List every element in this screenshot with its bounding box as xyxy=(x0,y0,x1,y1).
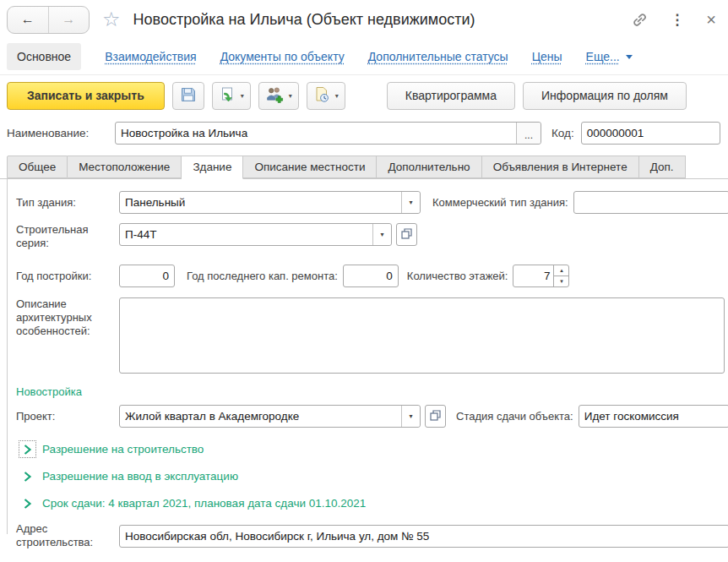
group-label-construction-permit[interactable]: Разрешение на строительство xyxy=(42,443,204,456)
chevron-right-icon[interactable] xyxy=(20,442,35,456)
series-input[interactable]: П-44Т xyxy=(120,224,372,245)
spin-up-icon[interactable]: ▴ xyxy=(554,265,568,276)
build-year-input[interactable]: 0 xyxy=(119,265,175,287)
series-field: П-44Т ▾ xyxy=(119,223,392,246)
menubar: Основное Взаимодействия Документы по объ… xyxy=(0,39,728,75)
save-button[interactable] xyxy=(172,82,204,110)
document-clock-icon xyxy=(313,86,330,106)
build-year-label: Год постройки: xyxy=(16,270,119,283)
building-type-label: Тип здания: xyxy=(16,196,119,210)
repair-year-label: Год последнего кап. ремонта: xyxy=(187,270,338,282)
favorite-star-icon[interactable]: ☆ xyxy=(102,9,121,30)
project-input[interactable]: Жилой квартал в Академгородке xyxy=(120,406,401,427)
floppy-disk-icon xyxy=(180,86,197,106)
code-label: Код: xyxy=(551,127,574,139)
close-icon[interactable]: × xyxy=(706,10,716,30)
more-menu-icon[interactable]: ⋮ xyxy=(670,11,684,29)
project-dropdown-button[interactable]: ▾ xyxy=(401,406,420,427)
tab-obshchee[interactable]: Общее xyxy=(7,156,68,178)
menu-more-label: Еще... xyxy=(586,50,620,63)
share-info-button[interactable]: Информация по долям xyxy=(523,82,687,110)
document-history-button[interactable]: ▾ xyxy=(307,82,345,110)
name-row: Наименование: Новостройка на Ильича ... … xyxy=(0,116,728,150)
group-construction-permit: Разрешение на строительство xyxy=(16,442,728,456)
name-more-button[interactable]: ... xyxy=(516,123,541,144)
commercial-type-label: Коммерческий тип здания: xyxy=(432,196,568,209)
stage-label: Стадия сдачи объекта: xyxy=(456,410,573,423)
history-nav: ← → xyxy=(7,6,90,34)
open-form-icon xyxy=(430,409,441,424)
newbuilding-section-label: Новостройка xyxy=(16,385,728,398)
tab-mestopolozhenie[interactable]: Местоположение xyxy=(68,156,182,178)
series-row: Строительная серия: П-44Т ▾ xyxy=(16,223,728,250)
project-label: Проект: xyxy=(16,410,119,423)
building-type-dropdown-button[interactable]: ▾ xyxy=(401,192,420,213)
tab-zdanie[interactable]: Здание xyxy=(182,156,243,179)
group-label-commissioning-permit[interactable]: Разрешение на ввод в эксплуатацию xyxy=(42,470,238,483)
floors-label: Количество этажей: xyxy=(407,270,508,282)
kvartirogramma-button[interactable]: Квартирограмма xyxy=(387,82,515,110)
menu-item-dopolnitelnye-statusy[interactable]: Дополнительные статусы xyxy=(368,50,508,63)
floors-input[interactable]: 7 xyxy=(513,265,553,286)
forward-button[interactable]: → xyxy=(48,7,90,33)
name-label: Наименование: xyxy=(7,127,115,139)
stage-input[interactable]: Идет госкомиссия xyxy=(579,405,728,428)
series-dropdown-button[interactable]: ▾ xyxy=(372,224,391,245)
menu-item-dokumenty-po-obektu[interactable]: Документы по объекту xyxy=(220,50,345,63)
menu-item-tseny[interactable]: Цены xyxy=(532,50,562,63)
building-type-input[interactable]: Панельный xyxy=(120,192,401,213)
add-contact-button[interactable]: ▾ xyxy=(258,82,299,110)
tab-opisanie-mestnosti[interactable]: Описание местности xyxy=(243,156,377,178)
chevron-down-icon: ▾ xyxy=(335,92,339,100)
floors-spinner: ▴ ▾ xyxy=(553,265,568,286)
commercial-type-input[interactable] xyxy=(573,191,728,214)
chevron-down-icon: ▾ xyxy=(289,92,292,100)
tab-panel-zdanie: Тип здания: Панельный ▾ Коммерческий тип… xyxy=(7,179,728,534)
chevron-right-icon[interactable] xyxy=(20,496,35,510)
menu-item-osnovnoe[interactable]: Основное xyxy=(7,43,81,70)
spin-down-icon[interactable]: ▾ xyxy=(554,276,568,286)
create-based-on-button[interactable]: ▾ xyxy=(212,82,251,110)
project-row: Проект: Жилой квартал в Академгородке ▾ … xyxy=(16,405,728,428)
arch-desc-textarea[interactable] xyxy=(119,297,725,374)
back-button[interactable]: ← xyxy=(8,7,48,33)
page-title: Новостройка на Ильича (Объект недвижимос… xyxy=(133,11,622,29)
group-completion-date: Срок сдачи: 4 квартал 2021, плановая дат… xyxy=(16,496,728,510)
project-open-button[interactable] xyxy=(425,405,446,428)
group-commissioning-permit: Разрешение на ввод в эксплуатацию xyxy=(16,469,728,483)
chevron-down-icon: ▾ xyxy=(241,92,244,100)
years-floors-row: Год постройки: 0 Год последнего кап. рем… xyxy=(16,265,728,287)
project-field: Жилой квартал в Академгородке ▾ xyxy=(119,405,421,428)
building-type-row: Тип здания: Панельный ▾ Коммерческий тип… xyxy=(16,191,728,214)
object-card-window: ← → ☆ Новостройка на Ильича (Объект недв… xyxy=(0,0,728,562)
tab-bar: Общее Местоположение Здание Описание мес… xyxy=(0,155,728,179)
menu-item-more[interactable]: Еще... xyxy=(586,50,633,63)
document-green-arrow-icon xyxy=(219,86,236,106)
address-row: Адрес строительства: Новосибирская обл, … xyxy=(16,522,728,549)
name-input[interactable]: Новостройка на Ильича xyxy=(116,123,516,144)
open-form-icon xyxy=(401,227,412,243)
link-icon[interactable] xyxy=(632,12,648,28)
titlebar: ← → ☆ Новостройка на Ильича (Объект недв… xyxy=(0,0,728,39)
floors-field: 7 ▴ ▾ xyxy=(513,265,569,287)
repair-year-input[interactable]: 0 xyxy=(343,265,399,287)
arch-desc-row: Описание архитектурных особенностей: xyxy=(16,297,728,374)
tab-obyavleniya-v-internete[interactable]: Объявления в Интернете xyxy=(482,156,639,178)
persons-plus-icon xyxy=(265,86,284,106)
series-open-button[interactable] xyxy=(396,223,417,246)
chevron-right-icon[interactable] xyxy=(20,469,35,483)
series-label: Строительная серия: xyxy=(16,223,119,250)
tab-dopolnitelno[interactable]: Дополнительно xyxy=(377,156,481,178)
name-field: Новостройка на Ильича ... xyxy=(115,122,541,145)
titlebar-actions: ⋮ × xyxy=(632,10,716,30)
tab-dop[interactable]: Доп. xyxy=(639,156,686,178)
code-input[interactable]: 000000001 xyxy=(581,122,720,145)
address-label: Адрес строительства: xyxy=(16,522,119,549)
address-input[interactable]: Новосибирская обл, Новосибирск г, Ильича… xyxy=(119,525,728,548)
chevron-down-icon xyxy=(626,55,633,59)
menu-item-vzaimodeystviya[interactable]: Взаимодействия xyxy=(105,50,197,63)
save-and-close-button[interactable]: Записать и закрыть xyxy=(7,82,165,110)
arch-desc-label: Описание архитектурных особенностей: xyxy=(16,297,119,338)
group-label-completion-date[interactable]: Срок сдачи: 4 квартал 2021, плановая дат… xyxy=(42,497,366,510)
building-type-field: Панельный ▾ xyxy=(119,191,421,214)
